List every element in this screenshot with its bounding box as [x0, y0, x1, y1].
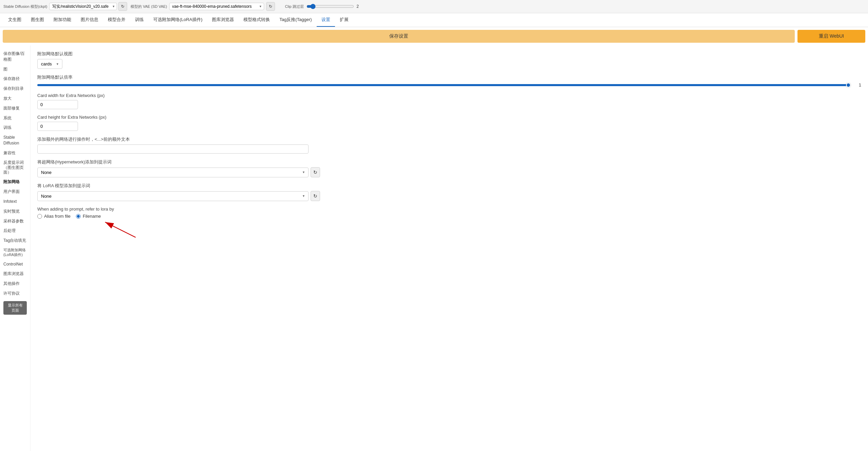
sidebar-item-stable-diffusion[interactable]: Stable Diffusion	[0, 133, 30, 148]
sidebar-item-save-dir[interactable]: 保存到目录	[0, 84, 30, 94]
sidebar-item-image[interactable]: 图	[0, 64, 30, 74]
radio-filename[interactable]: Filename	[76, 214, 101, 219]
clip-value: 2	[357, 4, 359, 9]
tab-convert[interactable]: 模型格式转换	[239, 13, 275, 27]
tab-train[interactable]: 训练	[130, 13, 149, 27]
extra-networks-section-label: 附加网络默认视图	[37, 51, 861, 57]
clip-slider-container: 2	[307, 4, 359, 9]
tab-tagger[interactable]: Tag反推(Tagger)	[275, 13, 316, 27]
sidebar-item-neg-prompt[interactable]: 反度提示词（图生图页面）	[0, 158, 30, 177]
model-input[interactable]	[49, 3, 117, 10]
vae-refresh-btn[interactable]: ↻	[266, 2, 275, 11]
model-select-wrapper	[49, 3, 117, 10]
sidebar-item-upscale[interactable]: 放大	[0, 94, 30, 103]
lora-label: 将 LoRA 模型添加到提示词	[37, 183, 861, 189]
radio-filename-label: Filename	[83, 214, 101, 219]
vae-input[interactable]	[169, 3, 264, 10]
lora-refer-row: When adding to prompt, refer to lora by …	[37, 207, 861, 219]
model-refresh-btn[interactable]: ↻	[118, 2, 127, 11]
card-height-label: Card height for Extra Networks (px)	[37, 115, 861, 120]
hypernetwork-select-row: None ↻	[37, 167, 861, 177]
tab-txt2img[interactable]: 文生图	[3, 13, 26, 27]
hypernetwork-label: 将超网络(Hypernetwork)添加到提示词	[37, 159, 861, 165]
extra-text-input[interactable]	[37, 144, 309, 154]
sidebar-item-extra-networks[interactable]: 附加网络	[0, 177, 30, 187]
lora-select[interactable]: None	[37, 191, 309, 201]
sidebar-item-compatibility[interactable]: 兼容性	[0, 148, 30, 158]
tab-img2img[interactable]: 图生图	[26, 13, 49, 27]
nav-tabs: 文生图 图生图 附加功能 图片信息 模型合并 训练 可选附加网络(LoRA插件)…	[0, 13, 868, 27]
sidebar-item-infotext[interactable]: Infotext	[0, 197, 30, 207]
sidebar-item-tag-autocomplete[interactable]: Tag自动填充	[0, 236, 30, 246]
vae-select-wrapper	[169, 3, 264, 10]
hypernetwork-row: 将超网络(Hypernetwork)添加到提示词 None ↻	[37, 159, 861, 177]
tab-extras[interactable]: 附加功能	[49, 13, 76, 27]
lora-select-wrapper: None	[37, 191, 309, 201]
vae-section: 模型的 VAE (SD VAE) ↻	[131, 2, 275, 11]
model-select-group: ↻	[49, 2, 127, 11]
default-view-select[interactable]: cards list grid	[37, 59, 62, 69]
hypernetwork-select[interactable]: None	[37, 168, 309, 177]
radio-alias-from-file[interactable]: Alias from file	[37, 214, 71, 219]
tab-merge[interactable]: 模型合并	[103, 13, 130, 27]
hypernetwork-select-wrapper: None	[37, 168, 309, 177]
tab-gallery[interactable]: 图库浏览器	[207, 13, 239, 27]
lora-refer-radio-group: Alias from file Filename	[37, 214, 861, 219]
tab-settings[interactable]: 设置	[317, 13, 335, 27]
sidebar-item-face-restore[interactable]: 面部修复	[0, 103, 30, 113]
card-width-row: Card width for Extra Networks (px)	[37, 93, 861, 109]
lora-select-row: None ↻	[37, 191, 861, 201]
action-bar: 保存设置 重启 WebUI	[0, 27, 868, 45]
restart-webui-button[interactable]: 重启 WebUI	[797, 30, 865, 43]
card-width-label: Card width for Extra Networks (px)	[37, 93, 861, 98]
clip-label: Clip 跳过层	[285, 4, 304, 9]
sidebar-item-postprocess[interactable]: 后处理	[0, 226, 30, 236]
sidebar-item-train[interactable]: 训练	[0, 123, 30, 133]
sidebar-item-save-images[interactable]: 保存图像/百格图	[0, 49, 30, 64]
save-settings-button[interactable]: 保存设置	[3, 30, 795, 43]
tab-extensions[interactable]: 扩展	[335, 13, 353, 27]
card-width-input[interactable]	[37, 100, 78, 109]
default-multiplier-label: 附加网络默认倍率	[37, 74, 861, 80]
default-view-row: 附加网络默认视图 cards list grid	[37, 51, 861, 69]
sidebar-item-gallery-browser[interactable]: 图库浏览器	[0, 269, 30, 279]
multiplier-slider-track	[37, 84, 848, 86]
sidebar-item-other-ops[interactable]: 其他操作	[0, 279, 30, 289]
sidebar-item-lora-plugin[interactable]: 可选附加网络(LoRA插件)	[0, 246, 30, 259]
extra-text-row: 添加额外的网络进行操作时，<...>前的额外文本	[37, 136, 861, 154]
radio-filename-input[interactable]	[76, 214, 81, 219]
radio-alias-label: Alias from file	[44, 214, 71, 219]
top-bar: Stable Diffusion 模型(ckpt) ↻ 模型的 VAE (SD …	[0, 0, 868, 13]
vae-label: 模型的 VAE (SD VAE)	[131, 4, 167, 9]
sidebar-item-ui[interactable]: 用户界面	[0, 187, 30, 197]
multiplier-slider-track-container	[37, 84, 848, 86]
clip-slider[interactable]	[307, 4, 354, 9]
lora-refer-label: When adding to prompt, refer to lora by	[37, 207, 861, 212]
sidebar-item-sampler-params[interactable]: 采样器参数	[0, 216, 30, 226]
arrow-annotation	[78, 217, 146, 244]
sidebar-item-save-path[interactable]: 保存路径	[0, 74, 30, 84]
lora-refresh-btn[interactable]: ↻	[311, 191, 320, 201]
multiplier-slider-thumb	[846, 83, 851, 87]
sidebar-item-system[interactable]: 系统	[0, 113, 30, 123]
card-height-input[interactable]	[37, 122, 78, 131]
clip-section: Clip 跳过层 2	[285, 4, 359, 9]
sidebar-item-live-preview[interactable]: 实时预览	[0, 207, 30, 216]
tab-lora-plugin[interactable]: 可选附加网络(LoRA插件)	[149, 13, 207, 27]
extra-text-label: 添加额外的网络进行操作时，<...>前的额外文本	[37, 136, 861, 142]
radio-alias-input[interactable]	[37, 214, 42, 219]
sidebar: 保存图像/百格图 图 保存路径 保存到目录 放大 面部修复 系统 训练 Stab…	[0, 45, 31, 451]
default-multiplier-row: 附加网络默认倍率 1	[37, 74, 861, 87]
model-label: Stable Diffusion 模型(ckpt)	[3, 4, 47, 9]
default-view-select-wrapper: cards list grid	[37, 59, 62, 69]
sidebar-item-controlnet[interactable]: ControlNet	[0, 259, 30, 269]
hypernetwork-refresh-btn[interactable]: ↻	[311, 167, 320, 177]
lora-row: 将 LoRA 模型添加到提示词 None ↻	[37, 183, 861, 201]
multiplier-value: 1	[851, 82, 861, 87]
settings-content: 附加网络默认视图 cards list grid 附加网络默认倍率 1	[31, 45, 868, 451]
sidebar-item-license[interactable]: 许可协议	[0, 289, 30, 298]
multiplier-slider-row: 1	[37, 82, 861, 87]
svg-line-1	[105, 222, 136, 237]
tab-pnginfo[interactable]: 图片信息	[76, 13, 103, 27]
show-all-pages-button[interactable]: 显示所有页面	[3, 301, 27, 315]
